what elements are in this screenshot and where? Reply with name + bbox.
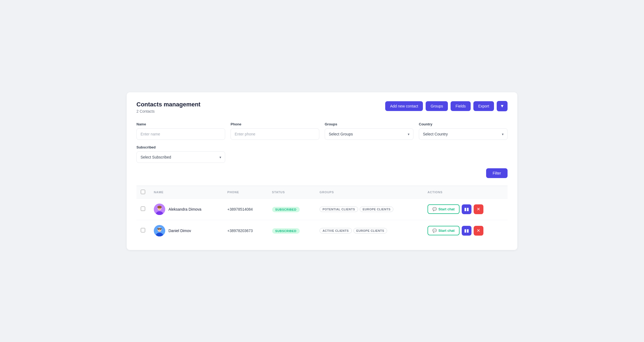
filter-button[interactable]: Filter	[486, 168, 508, 178]
contact-actions-cell: 💬 Start chat ▮▮ ✕	[423, 220, 508, 241]
row-checkbox-cell	[136, 198, 149, 220]
filters-section: Name Phone Groups Select Groups Country	[136, 122, 508, 178]
avatar	[154, 204, 165, 215]
table-row: Daniel Dimov +38978203673 SUBSCRIBED ACT…	[136, 220, 508, 241]
col-phone-header: PHONE	[223, 186, 267, 199]
start-chat-label: Start chat	[438, 207, 455, 211]
col-status-header: STATUS	[268, 186, 315, 199]
contact-groups-cell: ACTIVE CLIENTSEUROPE CLIENTS	[315, 220, 423, 241]
group-tag: EUROPE CLIENTS	[360, 207, 394, 212]
header-actions: Add new contact Groups Fields Export ▼	[385, 101, 508, 111]
contact-name-cell: Daniel Dimov	[149, 220, 223, 241]
groups-label: Groups	[325, 122, 413, 126]
close-icon: ✕	[477, 228, 480, 233]
contacts-table-body: Aleksandra Dimova +38978514084 SUBSCRIBE…	[136, 198, 508, 241]
groups-cell: ACTIVE CLIENTSEUROPE CLIENTS	[320, 228, 419, 233]
svg-point-13	[160, 229, 161, 230]
col-groups-header: GROUPS	[315, 186, 423, 199]
contacts-count: 2 Contacts	[136, 109, 200, 113]
filter-spacer	[231, 145, 319, 163]
contacts-table: NAME PHONE STATUS GROUPS ACTIONS	[136, 186, 508, 241]
col-actions-header: ACTIONS	[423, 186, 508, 199]
contact-status-cell: SUBSCRIBED	[268, 220, 315, 241]
subscribed-filter-group: Subscribed Select Subscribed	[136, 145, 225, 163]
actions-cell: 💬 Start chat ▮▮ ✕	[428, 226, 503, 236]
table-row: Aleksandra Dimova +38978514084 SUBSCRIBE…	[136, 198, 508, 220]
svg-point-11	[158, 227, 161, 232]
page-header: Contacts management 2 Contacts Add new c…	[136, 101, 508, 113]
delete-button[interactable]: ✕	[474, 226, 483, 236]
more-options-button[interactable]: ▼	[497, 101, 508, 111]
name-filter-group: Name	[136, 122, 225, 140]
actions-cell: 💬 Start chat ▮▮ ✕	[428, 204, 503, 214]
contact-phone: +38978203673	[227, 229, 253, 233]
groups-select[interactable]: Select Groups	[325, 128, 413, 140]
pause-icon: ▮▮	[464, 228, 469, 233]
phone-label: Phone	[231, 122, 319, 126]
header-left: Contacts management 2 Contacts	[136, 101, 200, 113]
filter-actions: Filter	[136, 168, 508, 178]
subscribed-label: Subscribed	[136, 145, 225, 149]
status-badge: SUBSCRIBED	[272, 228, 300, 234]
start-chat-label: Start chat	[438, 229, 455, 233]
group-tag: POTENTIAL CLIENTS	[320, 207, 358, 212]
contacts-management-container: Contacts management 2 Contacts Add new c…	[127, 92, 517, 250]
select-all-cell	[136, 186, 149, 199]
chat-icon: 💬	[432, 229, 437, 233]
contact-name: Aleksandra Dimova	[168, 207, 201, 211]
start-chat-button[interactable]: 💬 Start chat	[428, 204, 460, 214]
status-badge: SUBSCRIBED	[272, 207, 300, 212]
edit-button[interactable]: ▮▮	[462, 204, 471, 214]
row-checkbox-cell	[136, 220, 149, 241]
edit-button[interactable]: ▮▮	[462, 226, 471, 236]
filter-row-1: Name Phone Groups Select Groups Country	[136, 122, 508, 140]
contact-phone-cell: +38978514084	[223, 198, 267, 220]
contact-actions-cell: 💬 Start chat ▮▮ ✕	[423, 198, 508, 220]
contact-name: Daniel Dimov	[168, 229, 191, 233]
table-header: NAME PHONE STATUS GROUPS ACTIONS	[136, 186, 508, 199]
country-select[interactable]: Select Country	[419, 128, 508, 140]
contact-cell: Daniel Dimov	[154, 225, 219, 236]
group-tag: ACTIVE CLIENTS	[320, 228, 352, 233]
name-input[interactable]	[136, 128, 225, 140]
contact-name-cell: Aleksandra Dimova	[149, 198, 223, 220]
country-filter-group: Country Select Country	[419, 122, 508, 140]
export-button[interactable]: Export	[473, 101, 494, 111]
add-new-contact-button[interactable]: Add new contact	[385, 101, 423, 111]
country-label: Country	[419, 122, 508, 126]
filter-row-2: Subscribed Select Subscribed	[136, 145, 508, 163]
phone-input[interactable]	[231, 128, 319, 140]
groups-button[interactable]: Groups	[426, 101, 448, 111]
contact-status-cell: SUBSCRIBED	[268, 198, 315, 220]
groups-cell: POTENTIAL CLIENTSEUROPE CLIENTS	[320, 207, 419, 212]
name-label: Name	[136, 122, 225, 126]
page-title: Contacts management	[136, 101, 200, 108]
col-name-header: NAME	[149, 186, 223, 199]
groups-filter-group: Groups Select Groups	[325, 122, 413, 140]
subscribed-select-wrapper: Select Subscribed	[136, 151, 225, 163]
contacts-table-wrapper: NAME PHONE STATUS GROUPS ACTIONS	[136, 186, 508, 241]
delete-button[interactable]: ✕	[474, 204, 483, 214]
svg-point-7	[157, 206, 162, 208]
phone-filter-group: Phone	[231, 122, 319, 140]
contact-cell: Aleksandra Dimova	[154, 204, 219, 215]
select-all-checkbox[interactable]	[141, 190, 145, 194]
svg-point-12	[158, 229, 159, 230]
groups-select-wrapper: Select Groups	[325, 128, 413, 140]
close-icon: ✕	[477, 207, 480, 212]
table-header-row: NAME PHONE STATUS GROUPS ACTIONS	[136, 186, 508, 199]
row-checkbox[interactable]	[141, 207, 145, 211]
svg-rect-14	[157, 228, 162, 229]
start-chat-button[interactable]: 💬 Start chat	[428, 226, 460, 235]
avatar	[154, 225, 165, 236]
contact-groups-cell: POTENTIAL CLIENTSEUROPE CLIENTS	[315, 198, 423, 220]
group-tag: EUROPE CLIENTS	[353, 228, 387, 233]
chat-icon: 💬	[432, 207, 437, 211]
contact-phone-cell: +38978203673	[223, 220, 267, 241]
subscribed-select[interactable]: Select Subscribed	[136, 151, 225, 163]
country-select-wrapper: Select Country	[419, 128, 508, 140]
pause-icon: ▮▮	[464, 207, 469, 212]
row-checkbox[interactable]	[141, 228, 145, 232]
contact-phone: +38978514084	[227, 207, 253, 211]
fields-button[interactable]: Fields	[451, 101, 470, 111]
